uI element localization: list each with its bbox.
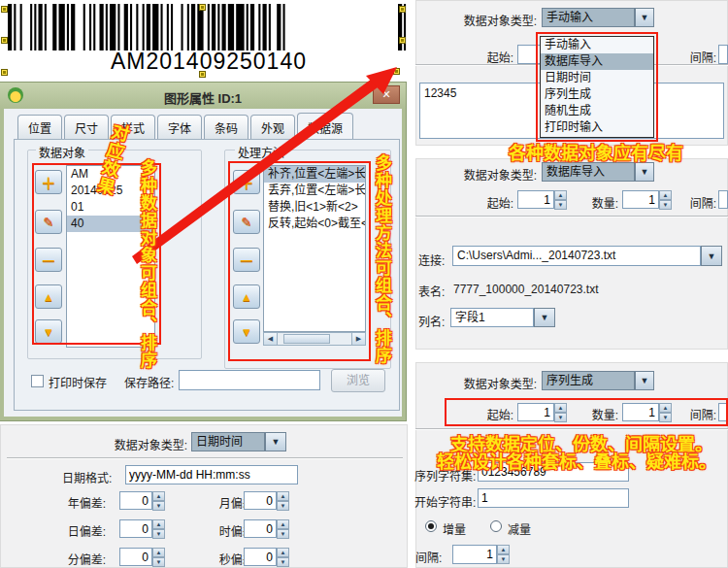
spinner-buttons[interactable]: ▲▼ [277,548,289,566]
dropdown-option[interactable]: 手动输入 [541,37,653,53]
type-combobox[interactable]: 手动输入 [542,8,635,27]
connection-combobox[interactable]: C:\Users\Admi..._20140723.txt [452,246,701,266]
dropdown-option[interactable]: 随机生成 [541,103,653,119]
dialog-title: 图形属性 ID:1 [0,88,406,107]
move-object-down-button[interactable]: ▼ [35,319,62,344]
type-combobox[interactable]: 数据库导入 [542,162,635,182]
selection-handle[interactable] [199,71,206,78]
combo-arrow-icon[interactable]: ▼ [701,246,722,266]
spin-up-icon: ▲ [554,403,567,413]
tab-font[interactable]: 字体 [157,115,202,139]
increment-radio[interactable] [425,520,437,532]
selection-handle[interactable] [199,4,206,11]
dropdown-option[interactable]: 序列生成 [541,86,653,103]
spinner-buttons[interactable]: ▲▼ [659,190,672,209]
list-item[interactable]: 反转,起始<0>截至<16 [264,216,365,232]
interval-label: 间隔: [674,406,716,422]
scroll-left-icon[interactable]: ◀ [264,333,278,345]
combo-arrow-icon[interactable]: ▼ [534,308,555,327]
selection-handle[interactable] [1,69,8,76]
spinner-buttons[interactable]: ▲▼ [152,548,165,566]
type-combobox[interactable]: 日期时间 [191,432,265,451]
remove-object-button[interactable]: — [35,248,62,272]
tab-datasource[interactable]: 数据源 [297,113,353,139]
interval-field-cut[interactable] [718,190,728,209]
interval2-spinner[interactable] [452,545,497,564]
spinner-buttons[interactable]: ▲▼ [659,403,672,421]
browse-button[interactable]: 浏览 [331,369,385,392]
annotation-objects-note: 多种数据对象可组合、排序 [135,159,159,369]
count-spinner[interactable] [622,403,659,421]
annotation-support-note2: 轻松设计各种套标、叠标、疑难标。 [437,448,716,473]
save-on-print-label: 打印时保存 [49,374,107,390]
tab-size[interactable]: 尺寸 [64,115,109,139]
interval-label: 间隔: [674,49,716,65]
list-item[interactable]: 替换,旧<1>新<2> [264,199,365,216]
spinner-buttons[interactable]: ▲▼ [277,519,289,538]
spinner-buttons[interactable]: ▲▼ [277,491,289,510]
date-format-input[interactable] [125,465,298,484]
scroll-thumb[interactable] [283,334,330,344]
spinner-buttons[interactable]: ▲▼ [497,545,510,564]
dialog-titlebar[interactable]: 图形属性 ID:1 ✕ [0,83,406,109]
add-method-button[interactable]: ＋ [233,170,260,194]
spinner-buttons[interactable]: ▲▼ [554,403,567,421]
selection-handle[interactable] [1,6,8,13]
methods-hscrollbar[interactable]: ◀ ▶ [263,332,366,346]
annotation-methods-note: 多种处理方法可组合、排序 [370,154,394,364]
tab-position[interactable]: 位置 [17,115,62,139]
start-string-input[interactable] [478,488,629,508]
selection-handle[interactable] [1,37,8,44]
selection-handle[interactable] [399,6,406,13]
move-object-up-button[interactable]: ▲ [35,284,62,309]
day-offset-spinner[interactable] [119,519,152,538]
combo-arrow-icon[interactable]: ▼ [635,371,654,390]
remove-method-button[interactable]: — [233,248,260,272]
list-item[interactable]: 丢弃,位置<左端>长度< [264,183,365,199]
graphic-properties-dialog: 图形属性 ID:1 ✕ 位置 尺寸 样式 字体 条码 外观 数据源 数据对象 ＋… [0,83,406,420]
move-method-down-button[interactable]: ▼ [233,319,260,344]
combo-arrow-icon[interactable]: ▼ [265,432,286,451]
barcode-object[interactable]: AM201409250140 [0,0,432,83]
dropdown-option[interactable]: 日期时间 [541,70,653,86]
decrement-radio[interactable] [490,520,502,532]
start-spinner[interactable] [517,190,554,209]
year-offset-spinner[interactable] [119,491,152,510]
start-spinner[interactable] [517,403,554,421]
edit-object-button[interactable]: ✎ [35,210,62,234]
edit-method-button[interactable]: ✎ [233,210,260,234]
month-offset-spinner[interactable] [244,491,277,510]
close-button[interactable]: ✕ [373,85,400,104]
spin-down-icon: ▼ [554,200,567,210]
second-offset-spinner[interactable] [244,548,277,566]
type-combobox[interactable]: 序列生成 [542,371,635,390]
tab-appearance[interactable]: 外观 [250,115,295,139]
pencil-icon: ✎ [242,215,252,229]
arrow-down-icon: ▼ [241,325,252,339]
spinner-buttons[interactable]: ▲▼ [554,190,567,209]
selection-handle[interactable] [393,68,400,75]
tab-barcode[interactable]: 条码 [204,115,248,139]
interval-field-cut[interactable] [718,45,728,64]
save-on-print-checkbox[interactable] [31,375,44,387]
dropdown-option[interactable]: 打印时输入 [541,119,653,136]
save-path-input[interactable] [179,370,320,390]
minute-offset-spinner[interactable] [119,548,152,566]
type-label: 数据对象类型: [430,375,537,391]
column-combobox[interactable]: 字段1 [450,308,534,327]
combo-arrow-icon[interactable]: ▼ [635,162,654,182]
combo-arrow-icon[interactable]: ▼ [635,8,654,27]
spinner-buttons[interactable]: ▲▼ [152,519,165,538]
count-spinner[interactable] [622,190,659,209]
hour-offset-spinner[interactable] [244,519,277,538]
app-screenshot: { "colors": { "annotation_yellow": "#ffe… [0,0,728,568]
scroll-right-icon[interactable]: ▶ [351,333,365,345]
spinner-buttons[interactable]: ▲▼ [152,491,165,510]
dropdown-option-highlighted[interactable]: 数据库导入 [541,53,653,70]
selection-handle[interactable] [399,37,406,44]
list-item-selected[interactable]: 补齐,位置<左端>长度< [264,166,365,183]
add-object-button[interactable]: ＋ [35,170,62,194]
move-method-up-button[interactable]: ▲ [233,284,260,309]
interval-field-cut[interactable] [718,403,728,421]
spin-down-icon: ▼ [277,501,289,511]
